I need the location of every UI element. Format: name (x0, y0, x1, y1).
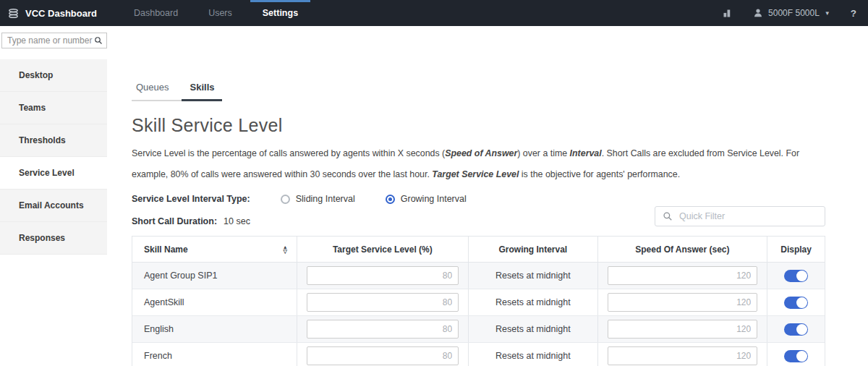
sidebar-item-responses[interactable]: Responses (0, 222, 107, 255)
account-menu[interactable]: 5000F 5000L ▼ (753, 8, 830, 18)
sort-icon[interactable]: ▲ ▽ (283, 245, 288, 254)
brand-name: VCC Dashboard (25, 8, 97, 19)
column-header-display[interactable]: Display (767, 237, 825, 262)
radio-circle-icon (281, 195, 290, 204)
display-toggle[interactable] (784, 270, 808, 282)
table-header-row: Skill Name ▲ ▽ Target Service Level (%) … (132, 237, 825, 263)
sidebar-item-service-level[interactable]: Service Level (0, 157, 107, 190)
growing-interval-value: Resets at midnight (495, 351, 571, 361)
top-bar: VCC Dashboard Dashboard Users Settings 5… (0, 0, 868, 26)
speed-of-answer-input[interactable] (608, 346, 758, 365)
growing-interval-value: Resets at midnight (495, 324, 571, 334)
settings-sidebar: Desktop Teams Thresholds Service Level E… (0, 59, 107, 255)
short-call-duration-label: Short Call Duration: (132, 216, 217, 226)
short-call-duration-value: 10 sec (224, 216, 250, 226)
table-row: AgentSkill Resets at midnight (132, 289, 825, 316)
column-header-target-service-level[interactable]: Target Service Level (%) (297, 237, 469, 262)
tab-skills[interactable]: Skills (182, 81, 222, 101)
target-service-level-input[interactable] (307, 320, 459, 339)
quick-filter (655, 206, 825, 226)
stacked-layers-icon (7, 7, 20, 20)
sidebar-item-desktop[interactable]: Desktop (0, 59, 107, 92)
sort-down-arrow: ▽ (283, 250, 286, 254)
sidebar-item-email-accounts[interactable]: Email Accounts (0, 190, 107, 222)
desc-speed-of-answer: Speed of Answer (445, 148, 517, 158)
brand[interactable]: VCC Dashboard (7, 7, 97, 20)
desc-part: ) over a time (517, 148, 569, 158)
table-row: Agent Group SIP1 Resets at midnight (132, 263, 825, 289)
account-name: 5000F 5000L (768, 8, 820, 18)
interval-type-label: Service Level Interval Type: (132, 194, 250, 204)
speed-of-answer-input[interactable] (608, 320, 758, 339)
tab-queues[interactable]: Queues (132, 81, 182, 101)
radio-label: Sliding Interval (296, 194, 355, 204)
bar-chart-icon[interactable] (722, 8, 733, 19)
column-header-speed-of-answer[interactable]: Speed Of Answer (sec) (598, 237, 768, 262)
display-toggle[interactable] (784, 297, 808, 309)
target-service-level-input[interactable] (307, 293, 459, 312)
display-toggle[interactable] (784, 350, 808, 362)
radio-sliding-interval[interactable]: Sliding Interval (281, 194, 355, 204)
nav-item-settings[interactable]: Settings (247, 0, 313, 26)
speed-of-answer-input[interactable] (608, 266, 758, 285)
desc-part: is the objective for agents' performance… (519, 169, 680, 179)
column-header-growing-interval[interactable]: Growing Interval (469, 237, 598, 262)
desc-interval: Interval (570, 148, 602, 158)
interval-type-row: Service Level Interval Type: Sliding Int… (132, 193, 825, 205)
magnifier-icon (663, 211, 673, 221)
search-icon[interactable] (94, 36, 103, 45)
page-title: Skill Service Level (132, 115, 825, 136)
table-row: French Resets at midnight (132, 343, 825, 366)
global-search-input[interactable] (2, 35, 94, 46)
table-row: English Resets at midnight (132, 316, 825, 343)
target-service-level-input[interactable] (307, 346, 459, 365)
sidebar-item-thresholds[interactable]: Thresholds (0, 124, 107, 157)
radio-label: Growing Interval (401, 194, 467, 204)
radio-circle-icon (386, 195, 395, 204)
quick-filter-input[interactable] (673, 211, 825, 221)
growing-interval-value: Resets at midnight (495, 271, 571, 281)
top-nav: Dashboard Users Settings (119, 0, 313, 26)
skill-name: English (144, 324, 174, 334)
tab-bar: Queues Skills (132, 81, 825, 101)
desc-part: Service Level is the percentage of calls… (132, 148, 445, 158)
topbar-right: 5000F 5000L ▼ ? (722, 8, 856, 19)
main-content: Queues Skills Skill Service Level Servic… (132, 81, 825, 366)
skills-table: Skill Name ▲ ▽ Target Service Level (%) … (132, 236, 825, 366)
skill-name: AgentSkill (144, 297, 184, 307)
radio-growing-interval[interactable]: Growing Interval (386, 194, 467, 204)
display-toggle[interactable] (784, 323, 808, 336)
growing-interval-value: Resets at midnight (495, 297, 571, 307)
caret-down-icon: ▼ (825, 10, 830, 17)
service-level-description: Service Level is the percentage of calls… (132, 143, 825, 185)
sidebar-item-teams[interactable]: Teams (0, 92, 107, 124)
column-header-skill-name[interactable]: Skill Name ▲ ▽ (132, 237, 297, 262)
help-button[interactable]: ? (851, 8, 856, 19)
speed-of-answer-input[interactable] (608, 293, 758, 312)
target-service-level-input[interactable] (307, 266, 459, 285)
global-search (1, 33, 107, 48)
column-header-label: Skill Name (144, 244, 188, 255)
person-icon (753, 8, 763, 18)
nav-item-users[interactable]: Users (193, 0, 247, 26)
nav-item-dashboard[interactable]: Dashboard (119, 0, 193, 26)
skill-name: Agent Group SIP1 (144, 271, 217, 281)
desc-target-service-level: Target Service Level (432, 169, 519, 179)
skill-name: French (144, 351, 172, 361)
